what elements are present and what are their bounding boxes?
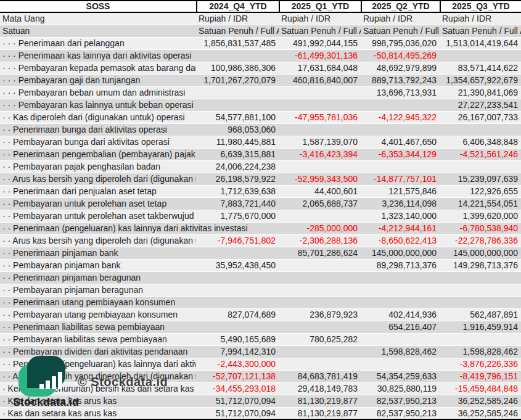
value-cell [196,247,279,259]
value-cell: 54,577,881,100 [196,112,279,123]
value-cell: 35,952,438,450 [196,260,279,271]
value-cell: 1,587,139,070 [279,136,361,148]
table-row: · · Pembayaran untuk perolehan aset teta… [0,198,521,210]
table-body: Mata UangRupiah / IDRRupiah / IDRRupiah … [0,13,521,420]
value-cell: 654,216,407 [361,321,440,333]
value-cell: 7,994,142,310 [196,346,279,358]
value-cell [440,334,521,345]
value-cell: -4,212,944,161 [361,223,440,234]
meta-value-cell: Rupiah / IDR [279,13,361,25]
value-cell: 2,065,688,737 [279,198,361,210]
value-cell [361,161,440,173]
value-cell [361,297,440,308]
row-label: · · Pembayaran pajak penghasilan badan [0,161,196,173]
meta-value-cell: Satuan Penuh / Full Amount [361,25,440,37]
row-label: · Kas dan setara kas arus kas [0,408,196,419]
row-label: · · Penerimaan utang pembiayaan konsumen [0,297,196,308]
value-cell [196,87,279,99]
value-cell [440,161,521,173]
value-cell: 1,856,831,537,485 [196,38,279,49]
table-row: · · · Pembayaran kepada pemasok atas bar… [0,62,521,75]
value-cell [440,50,521,62]
table-row: · · Arus kas bersih yang diperoleh dari … [0,173,521,186]
value-cell: 82,537,950,213 [361,395,440,407]
value-cell: 83,571,414,622 [440,62,521,74]
value-cell [196,297,279,308]
value-cell: -4,521,561,246 [440,149,521,160]
value-cell [361,358,440,370]
value-cell: 1,354,657,922,679 [440,75,521,86]
table-row: · · Penerimaan pinjaman beragunan [0,272,521,284]
value-cell: 15,239,097,639 [440,173,521,185]
value-cell: 1,712,639,638 [196,186,279,197]
value-cell: 1,598,828,462 [361,346,440,358]
period-header-2025-q3[interactable]: 2025_Q3_YTD [440,1,521,12]
value-cell: 48,692,979,899 [361,62,440,74]
value-cell: 6,406,348,848 [440,136,521,148]
value-cell: 13,696,713,931 [361,87,440,99]
value-cell [196,321,279,333]
value-cell: 44,400,601 [279,186,361,197]
value-cell [279,272,361,284]
value-cell: 1,916,459,914 [440,321,521,333]
row-label: · · Pembayaran untuk perolehan aset takb… [0,210,196,222]
row-label: · · · Pembayaran kepada pemasok atas bar… [0,62,196,74]
table-row: · · Penerimaan (pengeluaran) kas lainnya… [0,358,521,371]
meta-value-cell: Satuan Penuh / Full Amount [196,25,279,37]
table-row: · · Arus kas bersih yang diperoleh dari … [0,235,521,247]
value-cell [279,99,361,111]
value-cell: 29,418,149,783 [279,383,361,395]
value-cell: -7,946,751,802 [196,235,279,247]
table-row: · · Pembayaran pinjaman beragunan [0,284,521,297]
value-cell: 51,712,070,094 [196,408,279,419]
meta-value-cell: Satuan Penuh / Full Amount [279,25,361,37]
row-label: · · Arus kas bersih yang diperoleh dari … [0,173,196,185]
value-cell: 81,130,219,877 [279,395,361,407]
value-cell: 3,236,114,098 [361,198,440,210]
value-cell: -14,877,757,101 [361,173,440,185]
row-label: Mata Uang [0,13,196,25]
value-cell: -8,650,622,413 [361,235,440,247]
value-cell [196,99,279,111]
value-cell: 30,825,880,119 [361,383,440,395]
table-row: · · Penerimaan (pengeluaran) kas lainnya… [0,223,521,235]
value-cell: 21,390,841,069 [440,87,521,99]
value-cell: 122,926,655 [440,186,521,197]
period-header-2024-q4[interactable]: 2024_Q4_YTD [196,1,279,12]
table-row: · · Penerimaan pengembalian (pembayaran)… [0,149,521,161]
value-cell: 24,006,224,238 [196,161,279,173]
table-row: · · · Pembayaran beban umum dan administ… [0,87,521,99]
value-cell: 36,252,585,246 [440,408,521,419]
row-label: · · Arus kas bersih yang diperoleh dari … [0,235,196,247]
row-label: · · Pembayaran pinjaman bank [0,260,196,271]
value-cell: 121,575,846 [361,186,440,197]
value-cell: 5,490,165,689 [196,334,279,345]
row-label: · · Penerimaan dari penjualan aset tetap [0,186,196,197]
value-cell [361,334,440,345]
value-cell: 26,198,579,922 [196,173,279,185]
table-row: · · Pembayaran utang pembiayaan konsumen… [0,309,521,321]
period-header-2025-q1[interactable]: 2025_Q1_YTD [279,1,361,12]
company-header: SOSS [0,1,196,12]
value-cell: 1,598,828,462 [440,346,521,358]
table-row: · · Pembayaran bunga dari aktivitas oper… [0,136,521,149]
value-cell: 1,513,014,419,644 [440,38,521,49]
value-cell: 51,712,070,094 [196,395,279,407]
value-cell: 780,625,282 [279,334,361,345]
value-cell [196,50,279,62]
financial-table-screen: SOSS 2024_Q4_YTD 2025_Q1_YTD 2025_Q2_YTD… [0,0,521,420]
value-cell: 1,775,670,000 [196,210,279,222]
value-cell: -47,955,781,036 [279,112,361,123]
value-cell [361,99,440,111]
value-cell: -52,959,343,500 [279,173,361,185]
value-cell [196,284,279,296]
row-label: · · Pembayaran pinjaman beragunan [0,284,196,296]
table-row: · · Penerimaan dari penjualan aset tetap… [0,186,521,198]
value-cell [279,124,361,136]
period-header-2025-q2[interactable]: 2025_Q2_YTD [361,1,440,12]
value-cell: -6,353,344,129 [361,149,440,160]
table-row: · · · Pembayaran kas lainnya untuk beban… [0,99,521,112]
value-cell: -61,499,301,136 [279,50,361,62]
value-cell: 1,701,267,270,079 [196,75,279,86]
table-row: · Kas dan setara kas arus kas51,712,070,… [0,408,521,420]
